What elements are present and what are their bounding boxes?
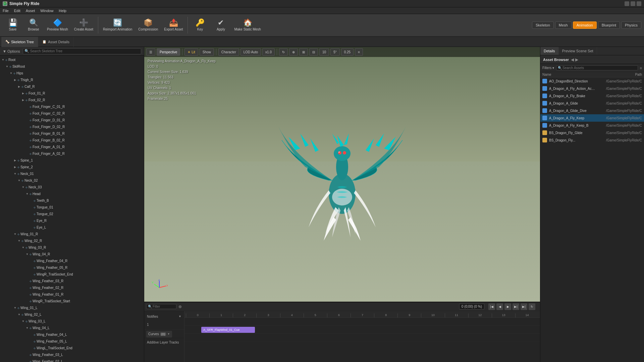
asset-item-8[interactable]: BS_Dragon_Fly.../Game/SimpleFlyRide/C [540, 136, 644, 144]
tree-expand-head[interactable]: ▼ [25, 192, 29, 195]
tree-item-spine_1[interactable]: ▶⟐Spine_1 [0, 157, 144, 164]
asset-item-6[interactable]: A_Dragon_A_Fly_Keep_B/Game/SimpleFlyRide… [540, 122, 644, 129]
tree-expand-hips[interactable]: ▼ [9, 72, 13, 75]
lit-btn[interactable]: ☀ Lit [184, 48, 198, 56]
tree-expand-wing_03_l[interactable]: ▼ [21, 320, 25, 323]
goto-end-btn[interactable]: ▶| [521, 303, 527, 310]
tree-item-wing_02_r[interactable]: ▼⟐Wing_02_R [0, 237, 144, 244]
anim-cue[interactable]: A_SFR_FlapWind_01_Cue [201, 327, 255, 333]
make-static-button[interactable]: 🏠 Make Static Mesh [231, 15, 263, 35]
tab-asset-details[interactable]: 📋 Asset Details [38, 37, 74, 47]
tree-expand-neck_03[interactable]: ▼ [21, 186, 25, 189]
tree-item-wing_feather_05_r[interactable]: ⟐Wing_Feather_05_R [0, 264, 144, 271]
tree-item-hips[interactable]: ▼⟐Hips [0, 70, 144, 76]
tree-item-wing_feather_03_r[interactable]: ⟐Wing_Feather_03_R [0, 278, 144, 284]
options-dropdown[interactable]: ▼ Options [3, 49, 20, 53]
preview-mesh-button[interactable]: 🔷 Preview Mesh [44, 15, 71, 35]
asset-item-7[interactable]: BS_Dragon_Fly_Glide/Game/SimpleFlyRide/C [540, 129, 644, 136]
tree-item-calf_r[interactable]: ▶⟐Calf_R [0, 83, 144, 90]
tree-expand-foot_02_r[interactable]: ▶ [21, 99, 25, 102]
viewport-expand-btn[interactable]: ☰ [146, 48, 155, 56]
tree-item-wing_01_r[interactable]: ▼⟐Wing_01_R [0, 231, 144, 237]
tree-item-eye_r[interactable]: ⟐Eye_R [0, 217, 144, 224]
tree-item-tongue_02[interactable]: ⟐Tongue_02 [0, 210, 144, 217]
menu-file[interactable]: File [3, 9, 9, 13]
save-button[interactable]: 💾 Save [3, 15, 23, 35]
asset-item-3[interactable]: A_Dragon_A_Glide/Game/SimpleFlyRide/C [540, 100, 644, 107]
menu-window[interactable]: Window [40, 9, 53, 13]
menu-edit[interactable]: Edit [14, 9, 20, 13]
tree-item-neck_03[interactable]: ▼⟐Neck_03 [0, 184, 144, 190]
notifies-expand-icon[interactable]: ▼ [178, 315, 181, 318]
menu-asset[interactable]: Asset [26, 9, 35, 13]
tree-item-foot_finger_c01_r[interactable]: ⟐Foot_Finger_C_01_R [0, 103, 144, 110]
tree-item-eye_l[interactable]: ⟐Eye_L [0, 224, 144, 231]
notifies-track-label[interactable]: Notifies ▼ [144, 312, 184, 320]
ab-forward-btn[interactable]: ▶ [575, 57, 578, 62]
close-button[interactable] [637, 1, 641, 6]
tree-expand-wing_02_r[interactable]: ▼ [17, 239, 21, 242]
tree-expand-wing_01_l[interactable]: ▼ [13, 306, 17, 309]
tree-item-wing_feather_01_r[interactable]: ⟐Wing_Feather_01_R [0, 291, 144, 298]
track-num-label[interactable]: 1 [144, 320, 184, 328]
asset-item-0[interactable]: AO_DragonBird_Direction/Game/SimpleFlyRi… [540, 77, 644, 85]
viewport[interactable]: ☰ Perspective ☀ Lit Show Character LOD A… [144, 47, 540, 302]
asset-item-1[interactable]: A_Dragon_A_Fly_Action_Accel/Game/SimpleF… [540, 85, 644, 92]
character-btn[interactable]: Character [218, 48, 239, 56]
grid-btn[interactable]: ⊟ [309, 48, 318, 56]
tree-item-foot_01_r[interactable]: ▶⟐Foot_01_R [0, 90, 144, 97]
browse-button[interactable]: 🔍 Browse [23, 15, 44, 35]
angle-snap[interactable]: 5° [330, 48, 340, 56]
tree-item-foot_finger_d02_r[interactable]: ⟐Foot_Finger_D_02_R [0, 123, 144, 130]
mesh-button[interactable]: Mesh [555, 21, 572, 29]
col-path-header[interactable]: Path [592, 73, 642, 76]
asset-search-input[interactable] [562, 66, 636, 70]
tab-preview-scene[interactable]: Preview Scene Set [559, 47, 597, 55]
tree-expand-wing_04_l[interactable]: ▼ [25, 326, 29, 329]
tree-expand-root[interactable]: ▼ [1, 58, 5, 61]
tree-item-neck_02[interactable]: ▼⟐Neck_02 [0, 177, 144, 184]
prev-frame-btn[interactable]: ◀ [496, 303, 503, 310]
skeleton-button[interactable]: Skeleton [532, 21, 554, 29]
move-btn[interactable]: ⊕ [289, 48, 298, 56]
tree-item-wingr_trail_socket_start[interactable]: ⟐WingR_TrailSocket_Start [0, 298, 144, 304]
extra-btn[interactable]: ≡ [355, 48, 363, 56]
scale-snap[interactable]: 0.25 [341, 48, 354, 56]
tree-item-wingr_trail_socket_end[interactable]: ⟐WingR_TrailSocket_End [0, 271, 144, 278]
scale-tool-btn[interactable]: ⊞ [299, 48, 308, 56]
tree-item-head[interactable]: ▼⟐Head [0, 190, 144, 197]
additive-layer-label[interactable]: Additive Layer Tracks [144, 338, 184, 346]
col-name-header[interactable]: Name [542, 73, 592, 76]
ab-back-btn[interactable]: ◀ [571, 57, 574, 62]
tree-item-wing_03_l[interactable]: ▼⟐Wing_03_L [0, 318, 144, 324]
tree-item-tongue_01[interactable]: ⟐Tongue_01 [0, 204, 144, 210]
goto-start-btn[interactable]: |◀ [488, 303, 495, 310]
tree-item-wing_feather_02_l[interactable]: ⟐Wing_Feather_02_L [0, 358, 144, 362]
tab-details[interactable]: Details [540, 47, 559, 55]
tree-item-wing_feather_04_r[interactable]: ⟐Wing_Feather_04_R [0, 257, 144, 264]
tree-item-foot_finger_d01_r[interactable]: ⟐Foot_Finger_D_01_R [0, 117, 144, 123]
reimport-button[interactable]: 🔄 Reimport Animation [100, 15, 135, 35]
menu-help[interactable]: Help [59, 9, 66, 13]
tree-expand-neck_02[interactable]: ▼ [17, 179, 21, 182]
tree-expand-wing_02_l[interactable]: ▼ [17, 313, 21, 316]
tree-item-spine_2[interactable]: ▶⟐Spine_2 [0, 164, 144, 170]
create-asset-button[interactable]: ➕ Create Asset [71, 15, 96, 35]
tree-item-foot_02_r[interactable]: ▶⟐Foot_02_R [0, 97, 144, 103]
tree-item-wingl_trail_socket_end[interactable]: ⟐WingL_TrailSocket_End [0, 345, 144, 351]
apply-button[interactable]: ✔ Apply [211, 15, 231, 35]
asset-item-5[interactable]: A_Dragon_A_Fly_Keep/Game/SimpleFlyRide/C [540, 114, 644, 122]
asset-view-options[interactable]: ≡ [640, 66, 642, 70]
tree-item-foot_finger_a02_r[interactable]: ⟐Foot_Finger_A_02_R [0, 150, 144, 157]
tree-item-wing_feather_05_l[interactable]: ⟐Wing_Feather_05_L [0, 338, 144, 345]
blueprint-button[interactable]: Blueprint [598, 21, 620, 29]
asset-item-2[interactable]: A_Dragon_A_Fly_Brake/Game/SimpleFlyRide/… [540, 92, 644, 100]
tree-item-teeth_b[interactable]: ⟐Teeth_B [0, 197, 144, 204]
tree-item-skilroot[interactable]: ▼⟐SkilRoot [0, 63, 144, 70]
play-btn[interactable]: ▶ [504, 303, 511, 310]
filter-input[interactable] [153, 305, 176, 308]
tree-expand-foot_01_r[interactable]: ▶ [21, 92, 25, 95]
tree-item-wing_04_r[interactable]: ▼⟐Wing_04_R [0, 251, 144, 257]
tree-item-wing_feather_02_r[interactable]: ⟐Wing_Feather_02_R [0, 284, 144, 291]
tab-skeleton-tree[interactable]: 🦴 Skeleton Tree [1, 37, 38, 47]
